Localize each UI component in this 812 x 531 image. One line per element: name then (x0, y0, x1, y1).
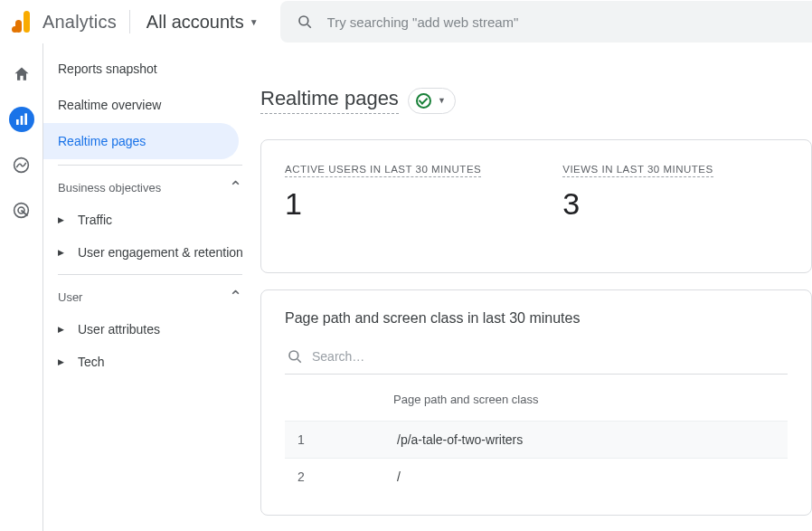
nav-reports-snapshot[interactable]: Reports snapshot (43, 51, 239, 87)
nav-section-business-objectives[interactable]: Business objectives ⌃ (43, 171, 260, 204)
row-index: 2 (288, 469, 397, 484)
svg-point-11 (289, 351, 298, 360)
icon-rail (0, 43, 43, 531)
row-index: 1 (288, 432, 397, 447)
metrics-card: ACTIVE USERS IN LAST 30 MINUTES 1 VIEWS … (260, 139, 812, 273)
search-bar[interactable] (280, 1, 812, 43)
brand-name: Analytics (42, 12, 117, 33)
metric-value: 1 (285, 186, 481, 222)
svg-line-4 (307, 24, 311, 28)
left-nav: Reports snapshot Realtime overview Realt… (43, 43, 260, 531)
triangle-right-icon: ▶ (58, 248, 67, 257)
svg-point-2 (12, 26, 18, 33)
table-search[interactable] (285, 343, 788, 375)
top-bar: Analytics All accounts ▼ (0, 0, 812, 43)
metric-label: ACTIVE USERS IN LAST 30 MINUTES (285, 164, 481, 177)
metric-label: VIEWS IN LAST 30 MINUTES (562, 164, 713, 177)
triangle-right-icon: ▶ (58, 215, 67, 224)
page-title: Realtime pages (260, 87, 399, 114)
svg-rect-7 (24, 113, 27, 125)
rail-reports-button[interactable] (9, 107, 34, 132)
analytics-logo-icon (12, 11, 32, 33)
svg-rect-6 (20, 116, 23, 125)
nav-user-engagement-retention[interactable]: ▶User engagement & retention (43, 236, 260, 269)
row-path: /p/a-tale-of-two-writers (397, 432, 523, 447)
logo-group: Analytics (12, 11, 117, 33)
metric-active-users: ACTIVE USERS IN LAST 30 MINUTES 1 (285, 160, 481, 222)
account-label: All accounts (146, 12, 244, 33)
nav-traffic[interactable]: ▶Traffic (43, 204, 260, 236)
svg-rect-0 (24, 11, 30, 33)
chevron-up-icon: ⌃ (229, 177, 242, 197)
account-selector[interactable]: All accounts ▼ (143, 12, 262, 33)
search-input[interactable] (327, 14, 796, 30)
nav-section-user[interactable]: User ⌃ (43, 280, 260, 313)
chevron-up-icon: ⌃ (229, 287, 242, 307)
nav-divider (58, 165, 242, 166)
table-row[interactable]: 1 /p/a-tale-of-two-writers (285, 421, 788, 458)
caret-down-icon: ▼ (438, 96, 446, 105)
row-path: / (397, 469, 401, 484)
rail-home-button[interactable] (9, 62, 34, 87)
pages-table-card: Page path and screen class in last 30 mi… (260, 289, 812, 516)
triangle-right-icon: ▶ (58, 357, 67, 366)
svg-rect-5 (16, 119, 19, 125)
search-icon (297, 14, 313, 30)
table-row[interactable]: 2 / (285, 458, 788, 495)
svg-point-3 (299, 16, 308, 25)
nav-user-attributes[interactable]: ▶User attributes (43, 313, 260, 346)
table-title: Page path and screen class in last 30 mi… (285, 310, 788, 327)
triangle-right-icon: ▶ (58, 325, 67, 334)
checkmark-icon (416, 93, 431, 109)
nav-realtime-overview[interactable]: Realtime overview (43, 87, 239, 123)
caret-down-icon: ▼ (250, 17, 259, 27)
rail-advertising-button[interactable] (9, 197, 34, 223)
nav-divider (58, 274, 242, 275)
nav-realtime-pages[interactable]: Realtime pages (43, 123, 239, 159)
table-header: Page path and screen class (285, 387, 788, 421)
svg-line-12 (297, 359, 301, 363)
search-icon (287, 348, 303, 365)
main-content: Realtime pages ▼ ACTIVE USERS IN LAST 30… (260, 43, 812, 531)
divider (129, 10, 130, 33)
column-page-path: Page path and screen class (393, 393, 538, 406)
status-chip[interactable]: ▼ (408, 88, 456, 114)
table-search-input[interactable] (312, 349, 786, 364)
metric-views: VIEWS IN LAST 30 MINUTES 3 (562, 160, 713, 222)
nav-tech[interactable]: ▶Tech (43, 346, 260, 378)
rail-explore-button[interactable] (9, 152, 34, 177)
metric-value: 3 (562, 186, 713, 222)
